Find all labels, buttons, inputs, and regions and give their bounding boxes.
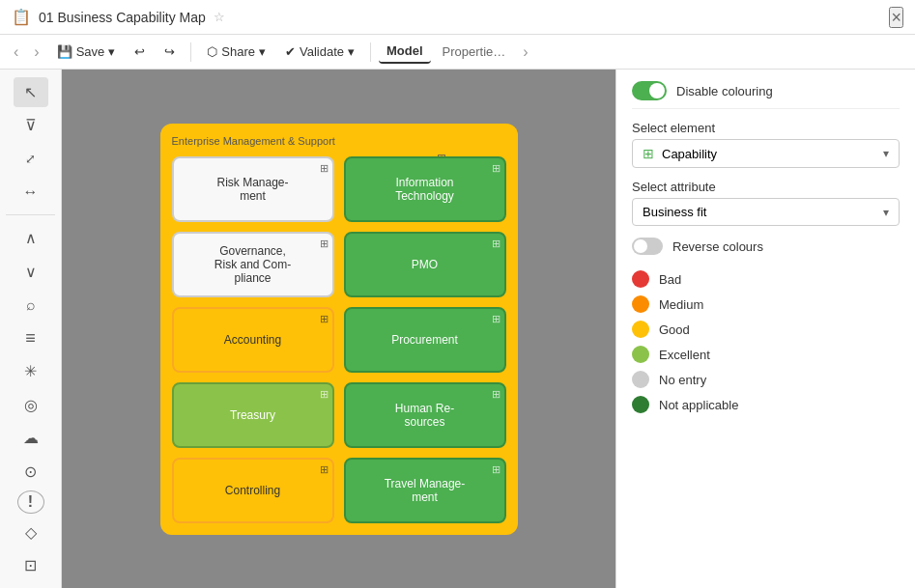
main-layout: ↖ ⊽ ⤢ ↔ ∧ ∨ ⌕ ≡ ✳ ◎ ☁ ⊙ ! ◇ ⊡ Enterprise… xyxy=(0,70,915,588)
select-attribute-dropdown[interactable]: Business fit ▾ xyxy=(632,198,900,226)
window-title: 01 Business Capability Map xyxy=(39,10,206,25)
legend-not-applicable: Not applicable xyxy=(632,396,900,413)
left-sidebar: ↖ ⊽ ⤢ ↔ ∧ ∨ ⌕ ≡ ✳ ◎ ☁ ⊙ ! ◇ ⊡ xyxy=(0,70,62,588)
right-panel: Disable colouring Select element ⊞ Capab… xyxy=(615,70,915,588)
cap-controlling[interactable]: ⊞ Controlling xyxy=(172,458,334,523)
undo-button[interactable]: ↩ xyxy=(127,41,153,63)
share-button[interactable]: ⬡ Share ▾ xyxy=(199,41,273,63)
favorite-icon[interactable]: ☆ xyxy=(214,10,225,24)
doc-icon: 📋 xyxy=(12,8,31,26)
cap-label-risk: Risk Manage-ment xyxy=(216,176,288,203)
select-element-section: Select element ⊞ Capability ▾ xyxy=(632,121,900,168)
tool-chevron-down[interactable]: ∨ xyxy=(14,257,48,287)
tab-model[interactable]: Model xyxy=(379,40,431,64)
tool-diamond[interactable]: ◇ xyxy=(14,518,48,547)
diagram-container-title: Enterprise Management & Support xyxy=(172,135,506,147)
legend-label-medium: Medium xyxy=(659,297,703,312)
toolbar: ‹ › 💾 Save ▾ ↩ ↪ ⬡ Share ▾ ✔ Validate ▾ … xyxy=(0,35,915,70)
cap-icon-treasury: ⊞ xyxy=(320,388,329,401)
validate-icon: ✔ xyxy=(285,44,296,59)
tool-chevron-up[interactable]: ∧ xyxy=(14,223,48,253)
cap-governance[interactable]: ⊞ Governance,Risk and Com-pliance xyxy=(172,232,334,297)
tool-goal[interactable]: ⊙ xyxy=(14,457,48,487)
select-attribute-label: Select attribute xyxy=(632,180,900,194)
cap-icon-procurement: ⊞ xyxy=(492,313,500,325)
save-button[interactable]: 💾 Save ▾ xyxy=(49,41,124,63)
share-icon: ⬡ xyxy=(207,44,217,59)
cap-pmo[interactable]: ⊞ PMO xyxy=(344,232,506,297)
color-legend: Bad Medium Good Excellent No entry Not a xyxy=(632,270,900,413)
tool-cloud[interactable]: ☁ xyxy=(14,424,48,454)
cap-label-accounting: Accounting xyxy=(224,333,281,347)
save-label: Save xyxy=(76,44,105,59)
tool-toggle[interactable]: ⊡ xyxy=(14,550,48,580)
share-chevron: ▾ xyxy=(259,44,266,59)
validate-button[interactable]: ✔ Validate ▾ xyxy=(277,41,362,63)
redo-button[interactable]: ↪ xyxy=(157,41,183,63)
reverse-colours-row: Reverse colours xyxy=(632,238,900,255)
close-button[interactable]: × xyxy=(889,7,903,28)
legend-label-no-entry: No entry xyxy=(659,373,706,387)
legend-good: Good xyxy=(632,321,900,338)
cap-icon-travel: ⊞ xyxy=(492,463,500,476)
legend-dot-bad xyxy=(632,270,649,288)
cap-icon-hr: ⊞ xyxy=(492,388,500,401)
legend-medium: Medium xyxy=(632,295,900,313)
cap-icon-accounting: ⊞ xyxy=(320,313,329,325)
cap-information-technology[interactable]: ⊞ InformationTechnology xyxy=(344,156,506,222)
cap-accounting[interactable]: ⊞ Accounting xyxy=(172,307,334,373)
cap-icon-it: ⊞ xyxy=(492,162,500,175)
tool-compass[interactable]: ✳ xyxy=(14,356,48,386)
cap-icon-controlling: ⊞ xyxy=(320,463,329,476)
tool-cursor[interactable]: ↖ xyxy=(14,77,48,107)
toggle-knob xyxy=(649,83,665,98)
toolbar-divider-1 xyxy=(190,42,191,62)
validate-label: Validate xyxy=(300,44,344,59)
legend-dot-not-applicable xyxy=(632,396,649,413)
title-bar: 📋 01 Business Capability Map ☆ × xyxy=(0,0,915,35)
save-chevron: ▾ xyxy=(108,44,115,59)
cap-label-travel: Travel Manage-ment xyxy=(385,477,466,504)
select-element-left: ⊞ Capability xyxy=(643,146,717,161)
canvas-area[interactable]: Enterprise Management & Support ⊞ ⊞ Risk… xyxy=(62,70,615,588)
tool-link[interactable]: ⤢ xyxy=(14,144,48,174)
tool-filter[interactable]: ⊽ xyxy=(14,111,48,141)
select-element-value: Capability xyxy=(662,147,717,161)
tool-layers[interactable]: ≡ xyxy=(14,323,48,353)
cap-procurement[interactable]: ⊞ Procurement xyxy=(344,307,506,373)
disable-colouring-toggle[interactable] xyxy=(632,81,667,100)
cap-label-gov: Governance,Risk and Com-pliance xyxy=(214,244,291,285)
tool-search[interactable]: ⌕ xyxy=(14,290,48,320)
title-bar-left: 📋 01 Business Capability Map ☆ xyxy=(12,8,225,26)
select-attribute-chevron: ▾ xyxy=(883,206,889,219)
disable-colouring-row: Disable colouring xyxy=(632,81,900,109)
cap-risk-management[interactable]: ⊞ Risk Manage-ment xyxy=(172,156,334,222)
cap-treasury[interactable]: ⊞ Treasury xyxy=(172,382,334,448)
cap-icon-gov: ⊞ xyxy=(320,238,329,250)
tool-alert[interactable]: ! xyxy=(17,490,44,514)
nav-forward-button[interactable]: › xyxy=(28,42,44,63)
select-element-label: Select element xyxy=(632,121,900,135)
save-icon: 💾 xyxy=(57,44,72,59)
legend-dot-good xyxy=(632,321,649,338)
tool-arrows[interactable]: ↔ xyxy=(14,178,48,208)
cap-icon-pmo: ⊞ xyxy=(492,238,500,250)
cap-human-resources[interactable]: ⊞ Human Re-sources xyxy=(344,382,506,448)
sidebar-divider-1 xyxy=(6,214,54,215)
reverse-colours-toggle[interactable] xyxy=(632,238,663,255)
diagram-outer-container: Enterprise Management & Support ⊞ ⊞ Risk… xyxy=(160,124,518,535)
tool-target[interactable]: ◎ xyxy=(14,390,48,420)
cap-travel-management[interactable]: ⊞ Travel Manage-ment xyxy=(344,458,506,523)
share-label: Share xyxy=(221,44,255,59)
cap-label-pmo: PMO xyxy=(412,258,438,271)
legend-excellent: Excellent xyxy=(632,346,900,363)
cap-label-it: InformationTechnology xyxy=(395,176,454,203)
tab-scroll-right[interactable]: › xyxy=(517,42,533,63)
capability-icon: ⊞ xyxy=(643,146,654,161)
select-element-dropdown[interactable]: ⊞ Capability ▾ xyxy=(632,139,900,168)
legend-dot-medium xyxy=(632,295,649,313)
select-element-chevron: ▾ xyxy=(883,147,889,160)
tab-properties[interactable]: Propertie… xyxy=(435,41,514,63)
nav-back-button[interactable]: ‹ xyxy=(8,42,24,63)
legend-dot-excellent xyxy=(632,346,649,363)
